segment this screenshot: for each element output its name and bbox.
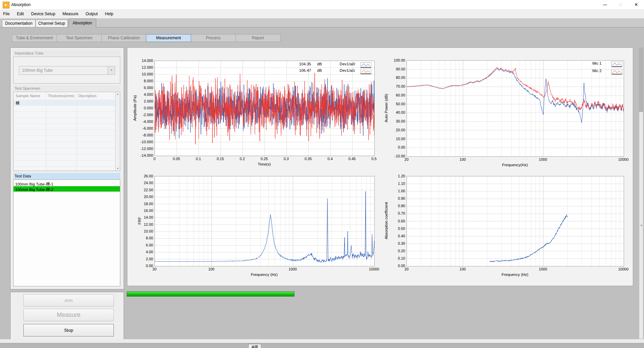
- menu-item-help[interactable]: Help: [102, 10, 117, 18]
- y-axis-label-time: Amplitude (Pa): [132, 79, 138, 137]
- x-axis-label-absorption: Frequency (Hz): [491, 273, 539, 277]
- dropdown-value: 100mm Big Tube: [22, 68, 53, 73]
- table-empty-row: [14, 124, 116, 130]
- y-tick-label: 4.00: [136, 250, 153, 254]
- column-header-discription: Discription: [78, 92, 112, 100]
- legend-series-name: Dev1/ai1: [332, 68, 355, 72]
- y-tick-label: 40.00: [388, 110, 405, 114]
- y-tick-label: 22.00: [136, 188, 153, 192]
- legend-zigzag: [361, 69, 371, 73]
- table-empty-row: [14, 160, 116, 167]
- legend-line-style-icon[interactable]: [611, 69, 622, 74]
- x-tick-label: 0.5: [364, 157, 384, 161]
- subtab-measurement[interactable]: Measurement: [146, 34, 191, 42]
- test-data-item[interactable]: 100mm Big Tube-棉-2: [14, 186, 120, 192]
- legend-line-style-icon[interactable]: [360, 62, 371, 68]
- x-tick-label: 100: [201, 267, 222, 271]
- menu-item-file[interactable]: File: [0, 10, 13, 18]
- table-empty-row: [14, 148, 116, 154]
- bottom-tab-drawing[interactable]: 画图: [248, 344, 261, 348]
- test-data-title: Test Data: [13, 173, 120, 179]
- close-button[interactable]: ✕: [628, 0, 644, 9]
- bottom-tab-strip: [0, 343, 644, 348]
- title-bar: ▶ Absorption — □ ✕: [0, 0, 644, 10]
- menu-item-output[interactable]: Output: [82, 10, 101, 18]
- y-tick-label: -2.000: [136, 113, 153, 117]
- y-axis-label-autopower: Auto Power (dB): [383, 79, 389, 137]
- subtab-report[interactable]: Report: [235, 34, 281, 42]
- legend-row-Dev1/ai0: 104.35dBDev1/ai0: [298, 62, 373, 68]
- subtab-test-specimen[interactable]: Test Specimen: [57, 34, 102, 42]
- right-splitter: <: [639, 47, 643, 339]
- y-tick-label: 24.00: [136, 181, 153, 185]
- y-tick-label: 20.00: [388, 128, 405, 132]
- subtab-tube-environment[interactable]: Tube & Environment: [12, 34, 57, 42]
- splitter-thumb[interactable]: <: [639, 112, 643, 339]
- chevron-down-icon[interactable]: ▼: [108, 66, 115, 74]
- legend-line-style-icon[interactable]: [611, 62, 622, 67]
- table-empty-row: [14, 112, 116, 118]
- menu-item-device-setup[interactable]: Device Setup: [28, 10, 58, 18]
- subtab-phase-calibration[interactable]: Phase Calibration: [101, 34, 146, 42]
- y-tick-label: 0.60: [388, 219, 405, 223]
- main-tab-strip: Documentation Channel Setup Absorption: [0, 18, 644, 27]
- test-data-item[interactable]: 100mm Big Tube-棉-1: [14, 181, 120, 186]
- menu-item-edit[interactable]: Edit: [14, 10, 27, 18]
- x-axis-label-time: Time(s): [241, 162, 288, 166]
- progress-bar: [127, 291, 294, 297]
- legend-value: 104.35: [299, 62, 311, 66]
- menu-item-measure[interactable]: Measure: [59, 10, 81, 18]
- y-tick-label: 0.90: [388, 196, 405, 200]
- test-specimen-title: Test Specimen: [13, 86, 120, 91]
- x-tick-label: 100: [453, 157, 473, 161]
- measure-button: Measure: [23, 309, 114, 321]
- legend-row-Dev1/ai1: 106.47dBDev1/ai1: [298, 68, 373, 75]
- y-tick-label: -8.000: [136, 133, 153, 137]
- scroll-up-icon[interactable]: ▲: [116, 92, 120, 96]
- legend-unit: dB: [317, 68, 322, 72]
- x-tick-label: 100: [453, 267, 473, 271]
- collapse-left-icon[interactable]: <: [639, 224, 644, 227]
- tab-documentation[interactable]: Documentation: [2, 20, 36, 27]
- y-tick-label: 10.000: [136, 72, 153, 76]
- y-tick-label: 0.30: [388, 241, 405, 245]
- table-scrollbar[interactable]: ▲ ▼: [115, 92, 120, 171]
- table-row[interactable]: 棉: [14, 100, 116, 106]
- x-tick-label: 1000: [533, 267, 553, 271]
- maximize-button[interactable]: □: [613, 0, 628, 9]
- subtab-process[interactable]: Process: [191, 34, 236, 42]
- legend-row-Mic 1: Mic 1: [591, 61, 644, 68]
- y-tick-label: 14.000: [136, 59, 153, 63]
- stop-button[interactable]: Stop: [23, 324, 114, 336]
- y-tick-label: 2.000: [136, 99, 153, 103]
- y-tick-label: 10.00: [388, 137, 405, 141]
- y-tick-label: 80.00: [388, 75, 405, 80]
- y-tick-label: 0.20: [388, 249, 405, 253]
- arm-button: Arm: [23, 294, 114, 307]
- tab-absorption[interactable]: Absorption: [68, 19, 96, 28]
- minimize-button[interactable]: —: [597, 0, 613, 9]
- legend-value: 106.47: [299, 68, 311, 72]
- sub-tab-strip: Tube & Environment Test Specimen Phase C…: [12, 34, 281, 42]
- test-data-list[interactable]: 100mm Big Tube-棉-1100mm Big Tube-棉-2: [13, 179, 120, 286]
- chart-canvas: [155, 176, 374, 266]
- y-tick-label: 26.00: [136, 174, 153, 178]
- y-tick-label: 4.000: [136, 92, 153, 96]
- y-tick-label: 1.20: [388, 174, 405, 178]
- window-title: Absorption: [11, 2, 30, 7]
- x-tick-label: 0.3: [276, 157, 296, 161]
- x-tick-label: 20: [396, 157, 417, 161]
- impedance-tube-dropdown[interactable]: 100mm Big Tube ▼: [19, 66, 115, 75]
- y-tick-label: 12.000: [136, 65, 153, 69]
- x-tick-label: 0.2: [232, 157, 252, 161]
- legend-zigzag: [612, 62, 622, 66]
- y-tick-label: 90.00: [388, 67, 405, 71]
- legend-line-style-icon[interactable]: [360, 69, 371, 74]
- y-tick-label: 50.00: [388, 102, 405, 106]
- tab-channel-setup[interactable]: Channel Setup: [36, 20, 68, 27]
- scroll-down-icon[interactable]: ▼: [116, 167, 120, 171]
- y-axis-label-frf: FRF: [137, 192, 142, 249]
- x-tick-label: 10000: [613, 267, 633, 271]
- y-tick-label: 100.00: [388, 58, 405, 62]
- impedance-tube-title: Impendace Tube: [13, 50, 120, 56]
